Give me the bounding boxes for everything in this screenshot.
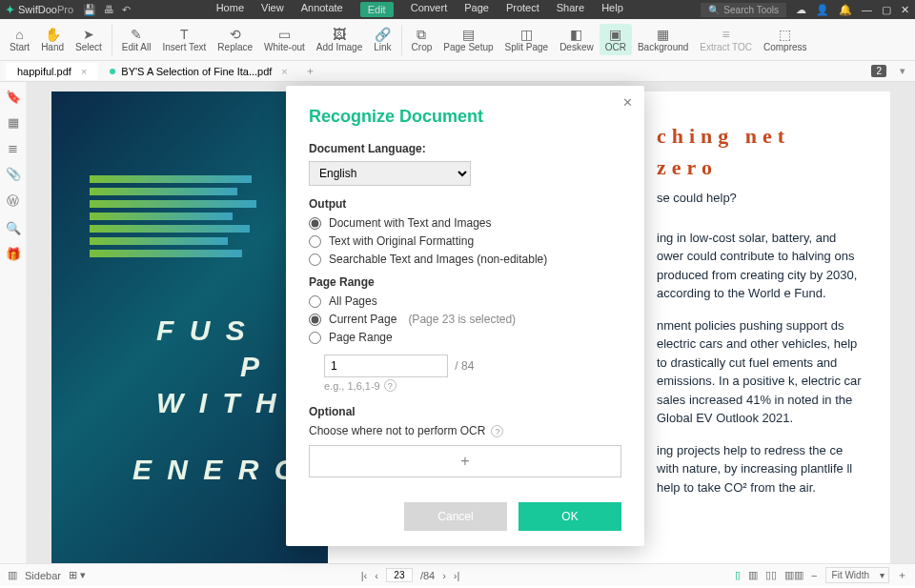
help-icon[interactable]: ? — [384, 379, 396, 392]
output-option-3[interactable]: Searchable Text and Images (non-editable… — [309, 253, 621, 266]
range-total: / 84 — [455, 359, 474, 373]
range-option-all[interactable]: All Pages — [309, 294, 621, 308]
close-modal-icon[interactable]: ✕ — [622, 95, 633, 110]
range-example: e.g., 1,6,1-9 — [324, 380, 380, 392]
help-icon[interactable]: ? — [491, 425, 503, 437]
add-exclusion-zone[interactable]: + — [309, 445, 621, 477]
ok-button[interactable]: OK — [518, 502, 621, 531]
page-range-input[interactable] — [324, 355, 448, 377]
output-option-1[interactable]: Document with Text and Images — [309, 216, 621, 230]
range-option-range[interactable]: Page Range — [309, 331, 621, 344]
output-option-2[interactable]: Text with Original Formatting — [309, 234, 621, 248]
range-label: Page Range — [309, 275, 621, 289]
optional-label: Optional — [309, 405, 621, 418]
cancel-button[interactable]: Cancel — [404, 502, 507, 531]
plus-icon: + — [460, 453, 469, 470]
lang-label: Document Language: — [309, 142, 621, 155]
range-option-current[interactable]: Current Page(Page 23 is selected) — [309, 313, 621, 326]
output-label: Output — [309, 197, 621, 211]
ocr-modal: ✕ Recognize Document Document Language: … — [286, 86, 644, 546]
modal-title: Recognize Document — [309, 107, 621, 127]
optional-hint: Choose where not to perform OCR — [309, 424, 485, 437]
language-select[interactable]: English — [309, 161, 471, 186]
modal-mask: ✕ Recognize Document Document Language: … — [0, 0, 915, 588]
